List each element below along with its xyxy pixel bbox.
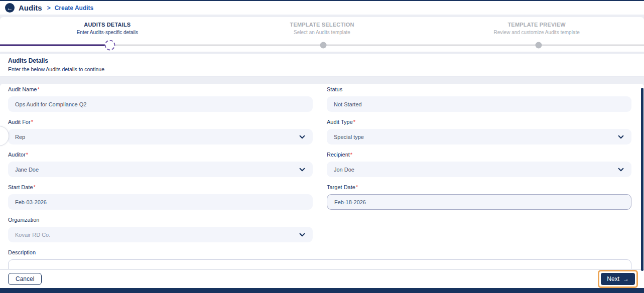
field-status: Status — [327, 86, 631, 112]
next-button-label: Next — [607, 275, 619, 282]
field-organization: Organization Kovair RD Co. — [8, 217, 313, 242]
stepper: AUDITS DETAILS Enter Audits-specific det… — [0, 17, 644, 52]
description-label: Description — [8, 249, 36, 255]
section-title: Audits Details — [8, 57, 636, 64]
field-audit-for: Audit For* Rep — [8, 119, 313, 144]
audit-type-label: Audit Type — [327, 119, 353, 125]
audit-type-select[interactable]: Special type — [327, 129, 631, 144]
vertical-scrollbar-thumb[interactable] — [641, 88, 643, 271]
required-marker: * — [31, 119, 33, 125]
target-date-label: Target Date — [327, 184, 355, 190]
chevron-down-icon — [299, 166, 306, 173]
section-header: Audits Details Enter the below Audits de… — [0, 54, 644, 76]
required-marker: * — [34, 184, 36, 190]
form-grid: Audit Name* Status Audit For* Rep Audit … — [8, 86, 631, 249]
footer: Cancel Next → — [0, 269, 644, 288]
field-description: Description — [8, 249, 631, 269]
field-recipient: Recipient* Jon Doe — [327, 152, 631, 177]
auditor-value: Jane Doe — [15, 167, 39, 173]
step-subtitle: Review and customize Audits template — [429, 30, 644, 35]
create-audits-page: ← Audits > Create Audits AUDITS DETAILS … — [0, 0, 644, 293]
organization-label: Organization — [8, 217, 39, 223]
required-marker: * — [350, 152, 352, 158]
field-audit-type: Audit Type* Special type — [327, 119, 631, 144]
field-auditor: Auditor* Jane Doe — [8, 152, 313, 177]
step-audits-details: AUDITS DETAILS Enter Audits-specific det… — [0, 22, 215, 35]
recipient-label: Recipient — [327, 152, 350, 158]
stepper-steps: AUDITS DETAILS Enter Audits-specific det… — [0, 22, 644, 35]
recipient-select[interactable]: Jon Doe — [327, 162, 631, 177]
start-date-label: Start Date — [8, 184, 33, 190]
field-start-date: Start Date* — [8, 184, 313, 210]
step-marker-active — [105, 40, 115, 51]
required-marker: * — [353, 119, 355, 125]
start-date-input[interactable] — [8, 194, 313, 210]
breadcrumb-current: Create Audits — [55, 5, 94, 12]
stepper-progress-bar — [0, 45, 109, 46]
step-template-selection: TEMPLATE SELECTION Select an Audits temp… — [215, 22, 430, 35]
chevron-down-icon — [617, 133, 624, 140]
auditor-select[interactable]: Jane Doe — [8, 162, 313, 177]
section-subtitle: Enter the below Audits details to contin… — [8, 66, 636, 72]
bottom-bar — [0, 288, 644, 293]
target-date-input[interactable] — [327, 194, 631, 210]
back-button[interactable]: ← — [5, 3, 15, 13]
step-title: AUDITS DETAILS — [0, 22, 215, 28]
required-marker: * — [26, 152, 28, 158]
cancel-button[interactable]: Cancel — [8, 273, 42, 285]
field-target-date: Target Date* — [327, 184, 631, 210]
back-arrow-icon: ← — [7, 5, 13, 11]
audit-name-label: Audit Name — [8, 86, 37, 92]
organization-select[interactable]: Kovair RD Co. — [8, 227, 313, 242]
audit-for-value: Rep — [15, 134, 25, 140]
audit-form: Audit Name* Status Audit For* Rep Audit … — [0, 84, 644, 269]
required-marker: * — [356, 184, 358, 190]
chevron-down-icon — [299, 133, 306, 140]
audit-for-select[interactable]: Rep — [8, 129, 313, 144]
step-template-preview: TEMPLATE PREVIEW Review and customize Au… — [429, 22, 644, 35]
next-button-highlight: Next → — [598, 270, 638, 288]
status-label: Status — [327, 86, 342, 92]
auditor-label: Auditor — [8, 152, 26, 158]
chevron-down-icon — [299, 231, 306, 238]
status-input — [327, 96, 631, 112]
step-subtitle: Enter Audits-specific details — [0, 30, 215, 35]
organization-value: Kovair RD Co. — [15, 232, 50, 238]
breadcrumb-separator: > — [47, 5, 51, 12]
next-button[interactable]: Next → — [601, 273, 635, 285]
chevron-down-icon — [617, 166, 624, 173]
step-title: TEMPLATE PREVIEW — [429, 22, 644, 28]
step-subtitle: Select an Audits template — [215, 30, 430, 35]
step-marker — [320, 42, 327, 49]
recipient-value: Jon Doe — [334, 167, 354, 173]
next-arrow-icon: → — [623, 275, 629, 282]
required-marker: * — [37, 86, 39, 92]
topbar: ← Audits > Create Audits — [0, 1, 644, 15]
stepper-track — [0, 39, 644, 51]
step-marker — [535, 42, 542, 49]
audit-type-value: Special type — [334, 134, 364, 140]
audit-for-label: Audit For — [8, 119, 31, 125]
breadcrumb-root[interactable]: Audits — [19, 4, 42, 12]
audit-name-input[interactable] — [8, 96, 313, 112]
step-title: TEMPLATE SELECTION — [215, 22, 430, 28]
description-textarea[interactable] — [8, 259, 631, 269]
field-audit-name: Audit Name* — [8, 86, 313, 112]
